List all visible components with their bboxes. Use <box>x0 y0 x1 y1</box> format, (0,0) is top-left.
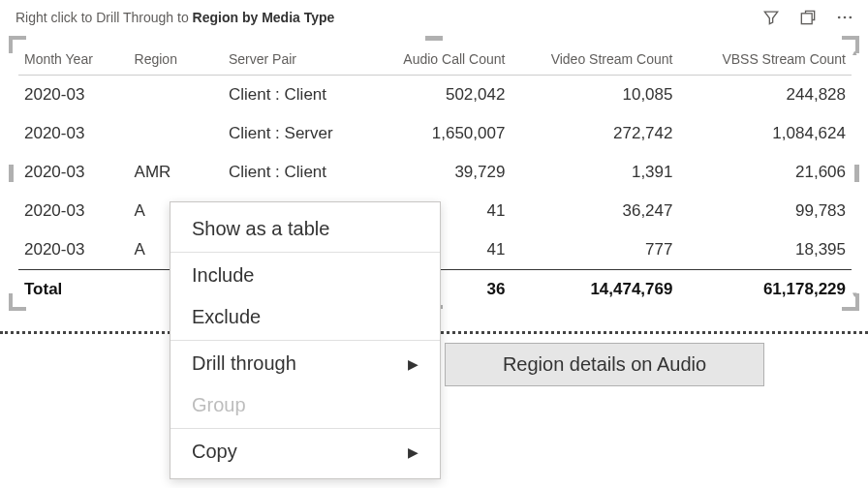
menu-include[interactable]: Include <box>170 255 440 296</box>
total-video: 14,474,769 <box>511 270 678 310</box>
cell-month: 2020-03 <box>18 192 129 230</box>
resize-handle-left[interactable] <box>9 165 14 182</box>
cell-vbss: 99,783 <box>678 192 852 230</box>
cell-server-pair: Client : Server <box>223 114 364 153</box>
cell-audio: 1,650,007 <box>364 114 511 153</box>
resize-handle-tr[interactable] <box>842 36 859 53</box>
table-header-row: Month Year Region Server Pair Audio Call… <box>18 42 852 76</box>
svg-point-1 <box>838 16 841 19</box>
resize-handle-right[interactable] <box>854 165 859 182</box>
total-label: Total <box>18 270 129 310</box>
resize-handle-bl[interactable] <box>9 293 26 311</box>
cell-vbss: 18,395 <box>678 230 852 270</box>
drill-submenu: Region details on Audio <box>445 343 764 386</box>
hint-prefix: Right click to Drill Through to <box>16 10 193 25</box>
cell-video: 36,247 <box>511 192 678 230</box>
table-row[interactable]: 2020-03 AMR Client : Client 39,729 1,391… <box>18 153 852 192</box>
cell-month: 2020-03 <box>18 153 129 192</box>
menu-show-as-table[interactable]: Show as a table <box>170 208 440 250</box>
hint-bold: Region by Media Type <box>193 10 335 25</box>
cell-month: 2020-03 <box>18 230 129 270</box>
context-menu: Show as a table Include Exclude Drill th… <box>170 201 441 479</box>
svg-point-3 <box>850 16 852 19</box>
total-vbss: 61,178,229 <box>678 270 852 310</box>
cell-audio: 39,729 <box>364 153 511 192</box>
cell-month: 2020-03 <box>18 114 129 153</box>
col-month-year[interactable]: Month Year <box>18 42 129 76</box>
svg-rect-0 <box>801 14 812 24</box>
menu-copy[interactable]: Copy▶ <box>170 431 440 473</box>
col-server-pair[interactable]: Server Pair <box>223 42 364 76</box>
col-vbss-stream[interactable]: VBSS Stream Count <box>678 42 852 76</box>
menu-drill-through[interactable]: Drill through▶ <box>170 343 440 384</box>
cell-video: 777 <box>511 230 678 270</box>
cell-video: 1,391 <box>511 153 678 192</box>
drill-hint: Right click to Drill Through to Region b… <box>16 10 760 25</box>
chevron-right-icon: ▶ <box>408 356 418 372</box>
menu-separator <box>170 428 440 429</box>
cell-region: AMR <box>129 153 223 192</box>
filter-icon[interactable] <box>760 6 783 29</box>
col-video-stream[interactable]: Video Stream Count <box>511 42 678 76</box>
cell-month: 2020-03 <box>18 76 129 115</box>
svg-point-2 <box>844 16 847 19</box>
more-options-icon[interactable] <box>833 6 856 29</box>
menu-separator <box>170 340 440 341</box>
resize-handle-br[interactable] <box>842 293 859 311</box>
cell-video: 10,085 <box>511 76 678 115</box>
resize-handle-tl[interactable] <box>9 36 26 53</box>
focus-mode-icon[interactable] <box>796 6 820 29</box>
cell-audio: 502,042 <box>364 76 511 115</box>
cell-region <box>129 76 223 115</box>
cell-vbss: 244,828 <box>678 76 852 115</box>
cell-video: 272,742 <box>511 114 678 153</box>
submenu-region-audio[interactable]: Region details on Audio <box>446 344 763 385</box>
table-row[interactable]: 2020-03 Client : Client 502,042 10,085 2… <box>18 76 852 115</box>
table-row[interactable]: 2020-03 Client : Server 1,650,007 272,74… <box>18 114 852 153</box>
visual-header: Right click to Drill Through to Region b… <box>0 0 868 33</box>
resize-handle-top[interactable] <box>425 36 443 41</box>
cell-server-pair: Client : Client <box>223 76 364 115</box>
col-audio-call[interactable]: Audio Call Count <box>364 42 511 76</box>
chevron-right-icon: ▶ <box>408 444 418 460</box>
menu-separator <box>170 252 440 253</box>
cell-server-pair: Client : Client <box>223 153 364 192</box>
cell-region <box>129 114 223 153</box>
col-region[interactable]: Region <box>129 42 223 76</box>
menu-group: Group <box>170 384 440 426</box>
cell-vbss: 1,084,624 <box>678 114 852 153</box>
cell-vbss: 21,606 <box>678 153 852 192</box>
menu-exclude[interactable]: Exclude <box>170 296 440 338</box>
